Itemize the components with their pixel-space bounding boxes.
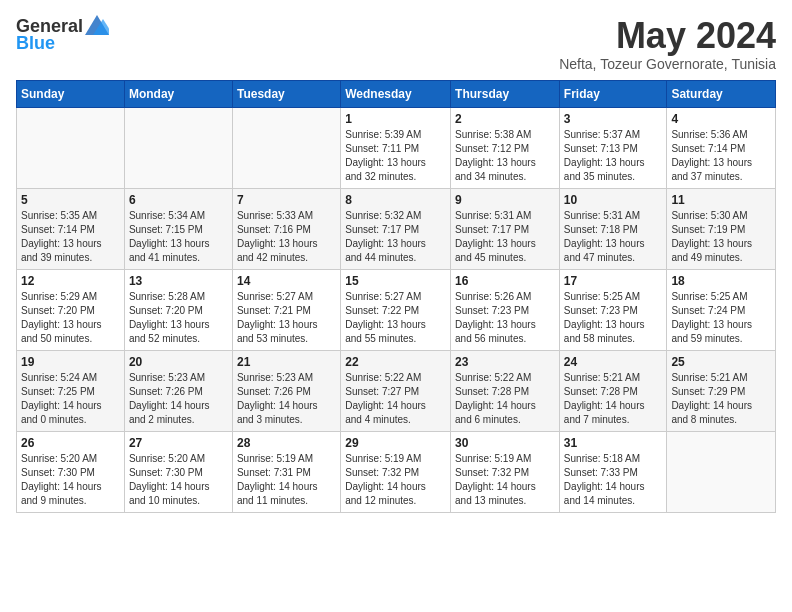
calendar-cell: 11Sunrise: 5:30 AMSunset: 7:19 PMDayligh… [667,188,776,269]
day-number: 14 [237,274,336,288]
calendar-cell: 31Sunrise: 5:18 AMSunset: 7:33 PMDayligh… [559,431,667,512]
calendar-cell: 30Sunrise: 5:19 AMSunset: 7:32 PMDayligh… [451,431,560,512]
day-info: Sunrise: 5:35 AMSunset: 7:14 PMDaylight:… [21,209,120,265]
calendar-cell [124,107,232,188]
logo-blue: Blue [16,33,55,54]
calendar-cell: 10Sunrise: 5:31 AMSunset: 7:18 PMDayligh… [559,188,667,269]
calendar-cell: 22Sunrise: 5:22 AMSunset: 7:27 PMDayligh… [341,350,451,431]
day-number: 9 [455,193,555,207]
calendar-cell: 18Sunrise: 5:25 AMSunset: 7:24 PMDayligh… [667,269,776,350]
day-number: 20 [129,355,228,369]
day-number: 1 [345,112,446,126]
page-title: May 2024 [559,16,776,56]
day-number: 7 [237,193,336,207]
calendar-cell: 3Sunrise: 5:37 AMSunset: 7:13 PMDaylight… [559,107,667,188]
day-number: 28 [237,436,336,450]
calendar-cell: 21Sunrise: 5:23 AMSunset: 7:26 PMDayligh… [232,350,340,431]
day-number: 4 [671,112,771,126]
weekday-header: Friday [559,80,667,107]
day-number: 27 [129,436,228,450]
day-number: 17 [564,274,663,288]
day-number: 18 [671,274,771,288]
day-info: Sunrise: 5:27 AMSunset: 7:21 PMDaylight:… [237,290,336,346]
day-number: 22 [345,355,446,369]
weekday-header: Monday [124,80,232,107]
calendar-cell: 29Sunrise: 5:19 AMSunset: 7:32 PMDayligh… [341,431,451,512]
day-info: Sunrise: 5:21 AMSunset: 7:29 PMDaylight:… [671,371,771,427]
day-info: Sunrise: 5:30 AMSunset: 7:19 PMDaylight:… [671,209,771,265]
day-info: Sunrise: 5:20 AMSunset: 7:30 PMDaylight:… [21,452,120,508]
day-info: Sunrise: 5:32 AMSunset: 7:17 PMDaylight:… [345,209,446,265]
day-info: Sunrise: 5:21 AMSunset: 7:28 PMDaylight:… [564,371,663,427]
weekday-header: Thursday [451,80,560,107]
day-info: Sunrise: 5:19 AMSunset: 7:31 PMDaylight:… [237,452,336,508]
day-info: Sunrise: 5:33 AMSunset: 7:16 PMDaylight:… [237,209,336,265]
day-info: Sunrise: 5:20 AMSunset: 7:30 PMDaylight:… [129,452,228,508]
day-number: 26 [21,436,120,450]
day-number: 29 [345,436,446,450]
day-info: Sunrise: 5:36 AMSunset: 7:14 PMDaylight:… [671,128,771,184]
day-number: 5 [21,193,120,207]
logo-icon [85,15,109,35]
calendar-cell: 23Sunrise: 5:22 AMSunset: 7:28 PMDayligh… [451,350,560,431]
day-number: 31 [564,436,663,450]
weekday-header: Tuesday [232,80,340,107]
day-info: Sunrise: 5:19 AMSunset: 7:32 PMDaylight:… [345,452,446,508]
calendar-cell: 25Sunrise: 5:21 AMSunset: 7:29 PMDayligh… [667,350,776,431]
calendar-cell: 5Sunrise: 5:35 AMSunset: 7:14 PMDaylight… [17,188,125,269]
calendar-cell: 27Sunrise: 5:20 AMSunset: 7:30 PMDayligh… [124,431,232,512]
calendar-cell: 6Sunrise: 5:34 AMSunset: 7:15 PMDaylight… [124,188,232,269]
day-info: Sunrise: 5:23 AMSunset: 7:26 PMDaylight:… [237,371,336,427]
day-info: Sunrise: 5:18 AMSunset: 7:33 PMDaylight:… [564,452,663,508]
day-number: 6 [129,193,228,207]
day-info: Sunrise: 5:31 AMSunset: 7:17 PMDaylight:… [455,209,555,265]
day-number: 8 [345,193,446,207]
day-number: 15 [345,274,446,288]
calendar-cell: 8Sunrise: 5:32 AMSunset: 7:17 PMDaylight… [341,188,451,269]
calendar-cell: 24Sunrise: 5:21 AMSunset: 7:28 PMDayligh… [559,350,667,431]
day-number: 21 [237,355,336,369]
calendar-cell: 17Sunrise: 5:25 AMSunset: 7:23 PMDayligh… [559,269,667,350]
calendar-cell: 19Sunrise: 5:24 AMSunset: 7:25 PMDayligh… [17,350,125,431]
day-info: Sunrise: 5:34 AMSunset: 7:15 PMDaylight:… [129,209,228,265]
calendar-cell [667,431,776,512]
day-info: Sunrise: 5:25 AMSunset: 7:23 PMDaylight:… [564,290,663,346]
calendar-cell: 15Sunrise: 5:27 AMSunset: 7:22 PMDayligh… [341,269,451,350]
weekday-header: Saturday [667,80,776,107]
calendar-cell [17,107,125,188]
day-info: Sunrise: 5:38 AMSunset: 7:12 PMDaylight:… [455,128,555,184]
day-info: Sunrise: 5:31 AMSunset: 7:18 PMDaylight:… [564,209,663,265]
calendar-cell: 16Sunrise: 5:26 AMSunset: 7:23 PMDayligh… [451,269,560,350]
calendar-cell: 9Sunrise: 5:31 AMSunset: 7:17 PMDaylight… [451,188,560,269]
day-number: 30 [455,436,555,450]
logo: General Blue [16,16,109,54]
day-info: Sunrise: 5:37 AMSunset: 7:13 PMDaylight:… [564,128,663,184]
weekday-header: Sunday [17,80,125,107]
calendar-cell: 4Sunrise: 5:36 AMSunset: 7:14 PMDaylight… [667,107,776,188]
day-info: Sunrise: 5:26 AMSunset: 7:23 PMDaylight:… [455,290,555,346]
day-number: 25 [671,355,771,369]
day-number: 12 [21,274,120,288]
calendar-cell: 13Sunrise: 5:28 AMSunset: 7:20 PMDayligh… [124,269,232,350]
day-info: Sunrise: 5:22 AMSunset: 7:27 PMDaylight:… [345,371,446,427]
calendar-cell: 12Sunrise: 5:29 AMSunset: 7:20 PMDayligh… [17,269,125,350]
day-info: Sunrise: 5:29 AMSunset: 7:20 PMDaylight:… [21,290,120,346]
day-number: 13 [129,274,228,288]
weekday-header: Wednesday [341,80,451,107]
calendar-cell: 7Sunrise: 5:33 AMSunset: 7:16 PMDaylight… [232,188,340,269]
day-number: 19 [21,355,120,369]
day-number: 23 [455,355,555,369]
day-number: 24 [564,355,663,369]
day-info: Sunrise: 5:27 AMSunset: 7:22 PMDaylight:… [345,290,446,346]
calendar-cell [232,107,340,188]
day-number: 2 [455,112,555,126]
calendar-cell: 2Sunrise: 5:38 AMSunset: 7:12 PMDaylight… [451,107,560,188]
calendar-cell: 20Sunrise: 5:23 AMSunset: 7:26 PMDayligh… [124,350,232,431]
calendar-cell: 26Sunrise: 5:20 AMSunset: 7:30 PMDayligh… [17,431,125,512]
day-info: Sunrise: 5:28 AMSunset: 7:20 PMDaylight:… [129,290,228,346]
calendar-cell: 28Sunrise: 5:19 AMSunset: 7:31 PMDayligh… [232,431,340,512]
day-info: Sunrise: 5:19 AMSunset: 7:32 PMDaylight:… [455,452,555,508]
day-info: Sunrise: 5:39 AMSunset: 7:11 PMDaylight:… [345,128,446,184]
calendar-table: SundayMondayTuesdayWednesdayThursdayFrid… [16,80,776,513]
calendar-cell: 1Sunrise: 5:39 AMSunset: 7:11 PMDaylight… [341,107,451,188]
